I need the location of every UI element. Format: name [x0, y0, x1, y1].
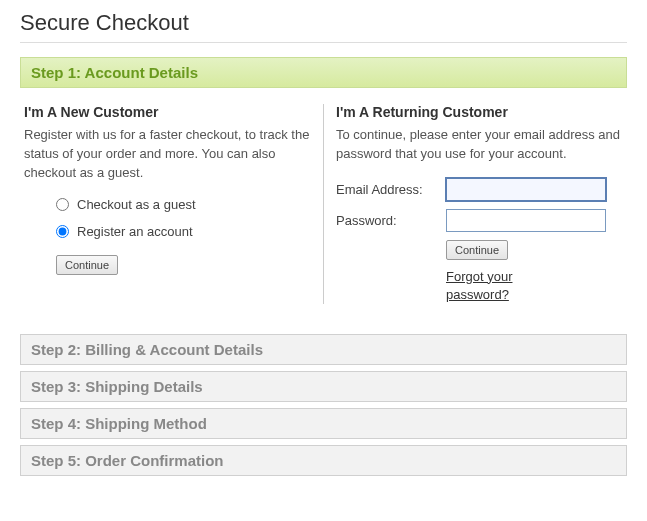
email-label: Email Address: [336, 182, 446, 197]
step-3-header[interactable]: Step 3: Shipping Details [20, 371, 627, 402]
returning-continue-button[interactable]: Continue [446, 240, 508, 260]
new-customer-heading: I'm A New Customer [24, 104, 311, 120]
step-5-header[interactable]: Step 5: Order Confirmation [20, 445, 627, 476]
account-details-panel: I'm A New Customer Register with us for … [20, 94, 627, 324]
step-4-header[interactable]: Step 4: Shipping Method [20, 408, 627, 439]
checkout-type-radio-group: Checkout as a guest Register an account [56, 197, 311, 239]
new-customer-column: I'm A New Customer Register with us for … [20, 104, 324, 304]
returning-customer-heading: I'm A Returning Customer [336, 104, 623, 120]
password-field[interactable] [446, 209, 606, 232]
returning-customer-description: To continue, please enter your email add… [336, 126, 623, 164]
page-title: Secure Checkout [20, 10, 627, 43]
guest-radio[interactable] [56, 198, 69, 211]
forgot-password-link[interactable]: Forgot your password? [446, 268, 536, 304]
new-customer-continue-button[interactable]: Continue [56, 255, 118, 275]
register-radio-label: Register an account [77, 224, 193, 239]
register-radio[interactable] [56, 225, 69, 238]
new-customer-description: Register with us for a faster checkout, … [24, 126, 311, 183]
returning-customer-column: I'm A Returning Customer To continue, pl… [324, 104, 627, 304]
password-label: Password: [336, 213, 446, 228]
step-2-header[interactable]: Step 2: Billing & Account Details [20, 334, 627, 365]
guest-radio-label: Checkout as a guest [77, 197, 196, 212]
email-field[interactable] [446, 178, 606, 201]
step-1-header: Step 1: Account Details [20, 57, 627, 88]
